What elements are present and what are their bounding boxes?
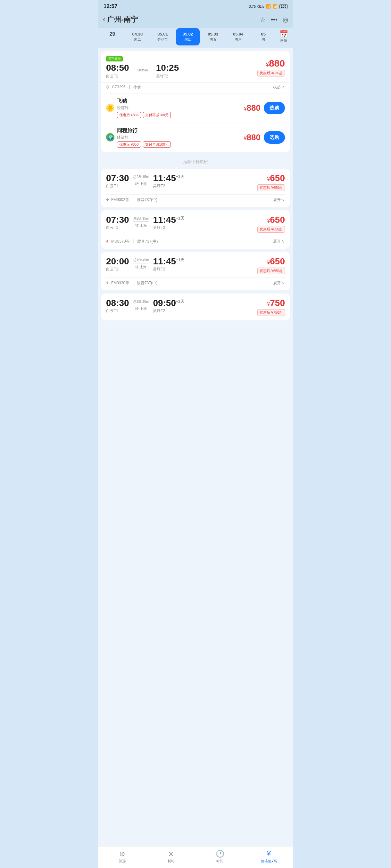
transfer-mid-line-4 xyxy=(133,305,149,305)
date-tab-0504[interactable]: 05.04 周六 xyxy=(226,28,250,45)
flight-info-row: ✈ CZ3296 丨 小食 收起 ∧ xyxy=(101,82,290,93)
duration-icon: ⧖ xyxy=(169,850,173,858)
transfer-arr-4: 09:50+1天 吴圩T2 xyxy=(153,298,184,314)
sub-option-feizhu: 🐥 飞猪 经济舱 优惠后 ¥836 支付再减100元 ¥880 选购 xyxy=(101,93,290,123)
date-tab-0503[interactable]: 05.03 周五 xyxy=(201,28,225,45)
transfer-footer-left-2: ✈ MU8370等 丨 波音737(中) xyxy=(106,239,158,244)
meal-info: 小食 xyxy=(133,85,141,90)
date-tab-0501[interactable]: 05.01 劳动节 xyxy=(150,28,175,45)
section-divider: 推荐中转航班 xyxy=(98,155,293,169)
target-button[interactable]: ◎ xyxy=(283,16,288,23)
signal-icon: 📶 xyxy=(266,4,271,9)
status-bar: 12:57 3.75 KB/s 📶 📶 100 xyxy=(98,0,293,11)
nav-time[interactable]: 🕐 时间 xyxy=(196,846,245,868)
tongcheng-logo: 🌍 xyxy=(106,133,114,142)
status-time: 12:57 xyxy=(104,3,117,9)
transfer-flight-no-2: MU8370等 xyxy=(111,239,130,244)
transfer-price-4: ¥750 优惠后 ¥750起 xyxy=(257,298,285,316)
transfer-header-1: 07:30 白云T1 总28h15m 转 上海 11:45+1天 吴圩T2 ¥6… xyxy=(106,173,285,191)
expand-button-3[interactable]: 展开 ∨ xyxy=(273,280,285,286)
tongcheng-info: 同程旅行 经济舱 优惠后 ¥850 支付再减100元 xyxy=(117,127,171,148)
transfer-airline-icon-2: ✈ xyxy=(106,239,109,244)
feizhu-tags: 优惠后 ¥836 支付再减100元 xyxy=(117,112,171,118)
transfer-arr-1: 11:45+1天 吴圩T2 xyxy=(153,173,184,189)
duration-line xyxy=(133,73,152,73)
divider-line-right xyxy=(211,162,287,162)
calendar-label: 日历 xyxy=(280,38,287,43)
nav-filter[interactable]: ⊕ 筛选 xyxy=(98,846,147,868)
filter-icon: ⊕ xyxy=(119,850,125,858)
transfer-header-3: 20:00 白云T1 总15h45m 转 上海 11:45+1天 吴圩T2 ¥6… xyxy=(106,256,285,274)
nav-price[interactable]: ¥ 价格低▴高 xyxy=(245,846,294,868)
sub-option-left-tongcheng: 🌍 同程旅行 经济舱 优惠后 ¥850 支付再减100元 xyxy=(106,127,171,148)
date-tab-0430[interactable]: 04.30 周二 xyxy=(125,28,150,45)
transfer-header-2: 07:30 白云T1 总28h15m 转 上海 11:45+1天 吴圩T2 ¥6… xyxy=(106,215,285,233)
feizhu-price: ¥880 xyxy=(244,103,260,113)
tongcheng-name: 同程旅行 xyxy=(117,127,171,134)
transfer-header-4: 08:30 白云T1 总25h20m 转 上海 09:50+1天 吴圩T2 ¥7… xyxy=(106,298,285,316)
star-button[interactable]: ☆ xyxy=(260,16,266,23)
nav-time-label: 时间 xyxy=(216,859,223,864)
expand-button-1[interactable]: 展开 ∨ xyxy=(273,197,285,203)
header-icons: ☆ ••• ◎ xyxy=(260,16,288,23)
flight-list: 直飞最低 08:50 白云T2 1h35m 10:25 吴圩T2 xyxy=(98,48,293,868)
collapse-button[interactable]: 收起 ∧ xyxy=(273,85,285,90)
tongcheng-price-area: ¥880 选购 xyxy=(244,131,285,144)
arrival-terminal: 吴圩T2 xyxy=(156,73,179,79)
time-icon: 🕐 xyxy=(216,850,224,858)
back-button[interactable]: ‹ xyxy=(103,16,105,24)
tongcheng-tag-2: 支付再减100元 xyxy=(143,142,171,148)
date-tab-05[interactable]: 05 周 xyxy=(251,28,275,45)
expand-button-2[interactable]: 展开 ∨ xyxy=(273,239,285,244)
transfer-mid-2: 总28h15m 转 上海 xyxy=(133,215,149,228)
bottom-nav: ⊕ 筛选 ⧖ 耗时 🕐 时间 ¥ 价格低▴高 xyxy=(98,846,293,868)
flight-number: CZ3296 xyxy=(112,85,125,89)
nav-duration[interactable]: ⧖ 耗时 xyxy=(147,846,196,868)
transfer-airline-icon-1: ✈ xyxy=(106,197,109,202)
date-tab-0502[interactable]: 05.02 周四 xyxy=(176,28,200,45)
transfer-airline-icon-3: ✈ xyxy=(106,281,109,285)
transfer-footer-1: ✈ FM9302等 丨 波音737(中) 展开 ∨ xyxy=(106,194,285,203)
departure-time: 08:50 xyxy=(106,63,129,73)
flight-price: ¥880 优惠后 ¥836起 xyxy=(257,58,285,76)
tongcheng-price: ¥880 xyxy=(244,132,260,143)
transfer-left-4: 08:30 白云T1 总25h20m 转 上海 09:50+1天 吴圩T2 xyxy=(106,298,184,314)
feizhu-logo: 🐥 xyxy=(106,104,114,112)
arrival-time: 10:25 xyxy=(156,63,179,73)
nav-duration-label: 耗时 xyxy=(168,859,175,864)
transfer-footer-2: ✈ MU8370等 丨 波音737(中) 展开 ∨ xyxy=(106,236,285,244)
transfer-left-1: 07:30 白云T1 总28h15m 转 上海 11:45+1天 吴圩T2 xyxy=(106,173,184,189)
date-tab-29[interactable]: 29 一 xyxy=(100,28,124,45)
feizhu-buy-button[interactable]: 选购 xyxy=(264,102,285,114)
tongcheng-buy-button[interactable]: 选购 xyxy=(264,131,285,144)
divider-line-left xyxy=(104,162,180,162)
calendar-button[interactable]: 📅 日历 xyxy=(277,28,291,45)
transfer-left-3: 20:00 白云T1 总15h45m 转 上海 11:45+1天 吴圩T2 xyxy=(106,256,184,272)
nav-price-label: 价格低▴高 xyxy=(261,859,277,864)
flight-info-left: ✈ CZ3296 丨 小食 xyxy=(106,85,141,90)
page-title: 广州-南宁 xyxy=(107,15,138,24)
departure-terminal: 白云T2 xyxy=(106,73,129,79)
flight-times: 08:50 白云T2 1h35m 10:25 吴圩T2 xyxy=(106,63,257,79)
transfer-dep-2: 07:30 白云T1 xyxy=(106,215,129,230)
feizhu-info: 飞猪 经济舱 优惠后 ¥836 支付再减100元 xyxy=(117,98,171,118)
transfer-flight-1: 07:30 白云T1 总28h15m 转 上海 11:45+1天 吴圩T2 ¥6… xyxy=(101,169,290,207)
separator: 丨 xyxy=(128,85,132,90)
transfer-footer-left-3: ✈ FM9320等 丨 波音737(中) xyxy=(106,280,157,286)
battery-icon: 100 xyxy=(279,4,287,9)
airline-icon: ✈ xyxy=(106,85,110,90)
transfer-left-2: 07:30 白云T1 总28h15m 转 上海 11:45+1天 吴圩T2 xyxy=(106,215,184,230)
tongcheng-tag-1: 优惠后 ¥850 xyxy=(117,142,141,148)
tongcheng-tags: 优惠后 ¥850 支付再减100元 xyxy=(117,142,171,148)
transfer-flight-3: 20:00 白云T1 总15h45m 转 上海 11:45+1天 吴圩T2 ¥6… xyxy=(101,252,290,290)
feizhu-tag-1: 优惠后 ¥836 xyxy=(117,112,141,118)
arrival-block: 10:25 吴圩T2 xyxy=(156,63,179,79)
more-button[interactable]: ••• xyxy=(271,16,278,23)
transfer-mid-3: 总15h45m 转 上海 xyxy=(133,256,149,270)
sub-option-tongcheng: 🌍 同程旅行 经济舱 优惠后 ¥850 支付再减100元 ¥880 选购 xyxy=(101,123,290,152)
calendar-icon: 📅 xyxy=(279,30,288,38)
section-label: 推荐中转航班 xyxy=(183,159,208,165)
feizhu-tag-2: 支付再减100元 xyxy=(143,112,171,118)
tongcheng-cabin: 经济舱 xyxy=(117,135,171,140)
departure-block: 08:50 白云T2 xyxy=(106,63,129,79)
